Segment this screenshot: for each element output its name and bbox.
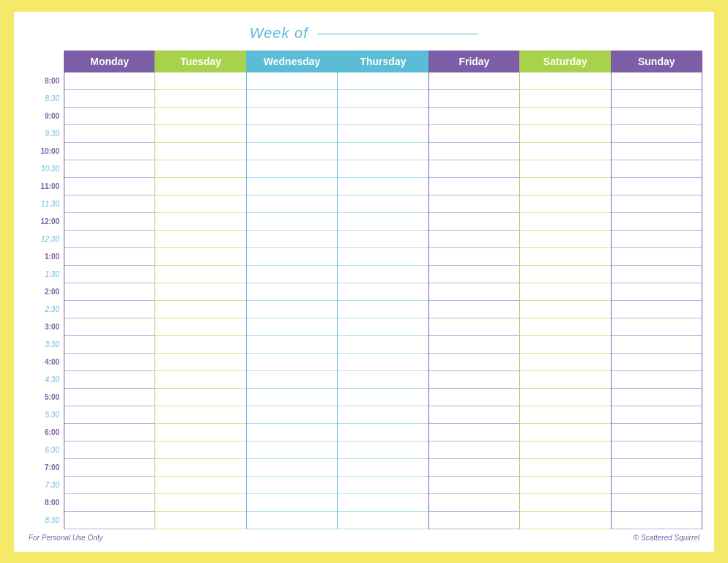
day-slot-wednesday-12[interactable] — [247, 283, 337, 301]
day-slot-wednesday-13[interactable] — [247, 301, 337, 318]
day-slot-wednesday-8[interactable] — [247, 213, 337, 231]
day-slot-monday-2[interactable] — [64, 108, 155, 125]
day-slot-wednesday-4[interactable] — [247, 143, 337, 160]
day-slot-wednesday-22[interactable] — [247, 459, 337, 477]
day-slot-sunday-18[interactable] — [612, 389, 702, 406]
day-slot-thursday-12[interactable] — [338, 283, 428, 301]
day-slot-monday-9[interactable] — [64, 231, 155, 248]
day-slot-sunday-15[interactable] — [612, 336, 702, 354]
day-slot-saturday-5[interactable] — [520, 160, 610, 178]
day-slot-tuesday-12[interactable] — [155, 283, 245, 301]
day-slot-monday-11[interactable] — [64, 266, 155, 283]
day-slot-sunday-16[interactable] — [612, 354, 702, 371]
day-slot-tuesday-8[interactable] — [155, 213, 245, 231]
day-slot-sunday-7[interactable] — [612, 195, 702, 213]
day-slot-monday-25[interactable] — [64, 512, 155, 529]
day-slot-wednesday-3[interactable] — [247, 125, 337, 143]
day-slot-monday-18[interactable] — [64, 389, 155, 406]
day-slot-sunday-17[interactable] — [612, 371, 702, 389]
day-slot-friday-10[interactable] — [429, 248, 519, 266]
day-slot-sunday-20[interactable] — [612, 424, 702, 441]
day-slot-saturday-22[interactable] — [520, 459, 610, 477]
day-slot-friday-17[interactable] — [429, 371, 519, 389]
day-slot-thursday-5[interactable] — [338, 160, 428, 178]
day-slot-thursday-8[interactable] — [338, 213, 428, 231]
day-slot-thursday-2[interactable] — [338, 108, 428, 125]
day-slot-monday-15[interactable] — [64, 336, 155, 354]
day-slot-friday-21[interactable] — [429, 441, 519, 459]
day-slot-sunday-2[interactable] — [612, 108, 702, 125]
day-slot-thursday-18[interactable] — [338, 389, 428, 406]
day-slot-saturday-14[interactable] — [520, 318, 610, 336]
day-slot-monday-1[interactable] — [64, 90, 155, 108]
day-slot-thursday-6[interactable] — [338, 178, 428, 195]
day-slot-tuesday-6[interactable] — [155, 178, 245, 195]
day-slot-thursday-14[interactable] — [338, 318, 428, 336]
day-slot-saturday-13[interactable] — [520, 301, 610, 318]
day-slot-saturday-3[interactable] — [520, 125, 610, 143]
day-slot-tuesday-15[interactable] — [155, 336, 245, 354]
day-slot-wednesday-20[interactable] — [247, 424, 337, 441]
day-slot-saturday-17[interactable] — [520, 371, 610, 389]
day-slot-wednesday-16[interactable] — [247, 354, 337, 371]
day-slot-thursday-1[interactable] — [338, 90, 428, 108]
day-slot-wednesday-7[interactable] — [247, 195, 337, 213]
day-slot-friday-6[interactable] — [429, 178, 519, 195]
day-slot-saturday-12[interactable] — [520, 283, 610, 301]
day-slot-friday-24[interactable] — [429, 494, 519, 512]
day-slot-saturday-9[interactable] — [520, 231, 610, 248]
day-slot-sunday-4[interactable] — [612, 143, 702, 160]
day-slot-thursday-17[interactable] — [338, 371, 428, 389]
day-slot-friday-9[interactable] — [429, 231, 519, 248]
day-slot-friday-16[interactable] — [429, 354, 519, 371]
day-slot-tuesday-10[interactable] — [155, 248, 245, 266]
day-slot-monday-19[interactable] — [64, 406, 155, 424]
day-slot-saturday-8[interactable] — [520, 213, 610, 231]
day-slot-wednesday-17[interactable] — [247, 371, 337, 389]
day-slot-monday-6[interactable] — [64, 178, 155, 195]
day-slot-sunday-19[interactable] — [612, 406, 702, 424]
day-slot-friday-4[interactable] — [429, 143, 519, 160]
day-slot-tuesday-25[interactable] — [155, 512, 245, 529]
day-slot-friday-11[interactable] — [429, 266, 519, 283]
day-slot-friday-13[interactable] — [429, 301, 519, 318]
day-slot-tuesday-13[interactable] — [155, 301, 245, 318]
day-slot-tuesday-23[interactable] — [155, 477, 245, 494]
day-slot-wednesday-14[interactable] — [247, 318, 337, 336]
day-slot-thursday-13[interactable] — [338, 301, 428, 318]
day-slot-thursday-9[interactable] — [338, 231, 428, 248]
day-slot-wednesday-23[interactable] — [247, 477, 337, 494]
day-slot-monday-24[interactable] — [64, 494, 155, 512]
day-slot-sunday-24[interactable] — [612, 494, 702, 512]
day-slot-thursday-16[interactable] — [338, 354, 428, 371]
day-slot-sunday-21[interactable] — [612, 441, 702, 459]
day-slot-wednesday-0[interactable] — [247, 72, 337, 90]
day-slot-thursday-24[interactable] — [338, 494, 428, 512]
day-slot-thursday-23[interactable] — [338, 477, 428, 494]
day-slot-tuesday-24[interactable] — [155, 494, 245, 512]
day-slot-tuesday-20[interactable] — [155, 424, 245, 441]
day-slot-saturday-11[interactable] — [520, 266, 610, 283]
day-slot-sunday-8[interactable] — [612, 213, 702, 231]
day-slot-monday-23[interactable] — [64, 477, 155, 494]
day-slot-friday-12[interactable] — [429, 283, 519, 301]
day-slot-sunday-25[interactable] — [612, 512, 702, 529]
day-slot-friday-5[interactable] — [429, 160, 519, 178]
day-slot-tuesday-22[interactable] — [155, 459, 245, 477]
day-slot-monday-3[interactable] — [64, 125, 155, 143]
day-slot-thursday-3[interactable] — [338, 125, 428, 143]
day-slot-tuesday-7[interactable] — [155, 195, 245, 213]
day-slot-monday-5[interactable] — [64, 160, 155, 178]
day-slot-wednesday-2[interactable] — [247, 108, 337, 125]
day-slot-tuesday-5[interactable] — [155, 160, 245, 178]
day-slot-thursday-10[interactable] — [338, 248, 428, 266]
day-slot-saturday-23[interactable] — [520, 477, 610, 494]
day-slot-friday-20[interactable] — [429, 424, 519, 441]
day-slot-tuesday-3[interactable] — [155, 125, 245, 143]
day-slot-friday-25[interactable] — [429, 512, 519, 529]
day-slot-sunday-22[interactable] — [612, 459, 702, 477]
day-slot-thursday-25[interactable] — [338, 512, 428, 529]
day-slot-tuesday-9[interactable] — [155, 231, 245, 248]
day-slot-saturday-20[interactable] — [520, 424, 610, 441]
day-slot-friday-3[interactable] — [429, 125, 519, 143]
